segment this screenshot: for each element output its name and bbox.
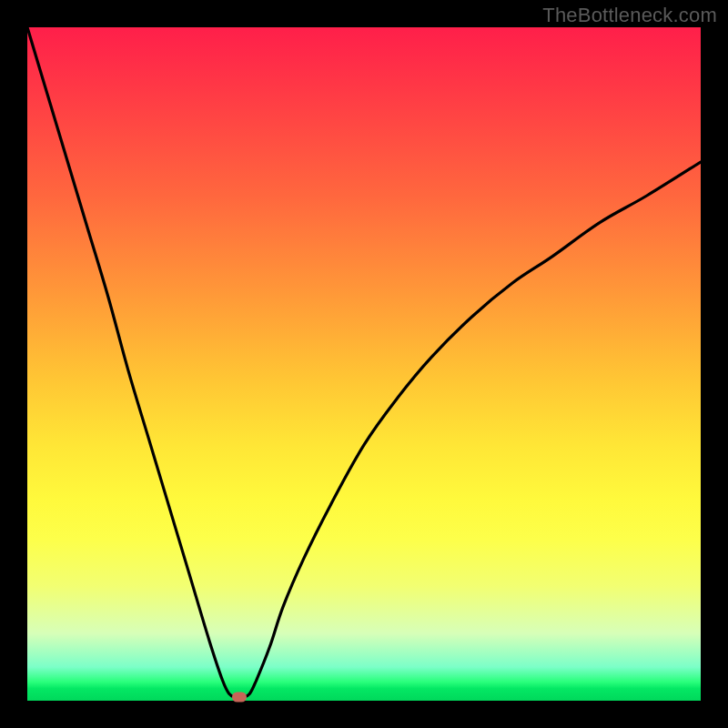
bottleneck-curve — [27, 27, 701, 698]
watermark-label: TheBottleneck.com — [542, 4, 717, 27]
plot-area — [27, 27, 701, 701]
curve-svg — [27, 27, 701, 701]
optimal-point-marker — [232, 692, 247, 702]
chart-frame: TheBottleneck.com — [0, 0, 728, 728]
